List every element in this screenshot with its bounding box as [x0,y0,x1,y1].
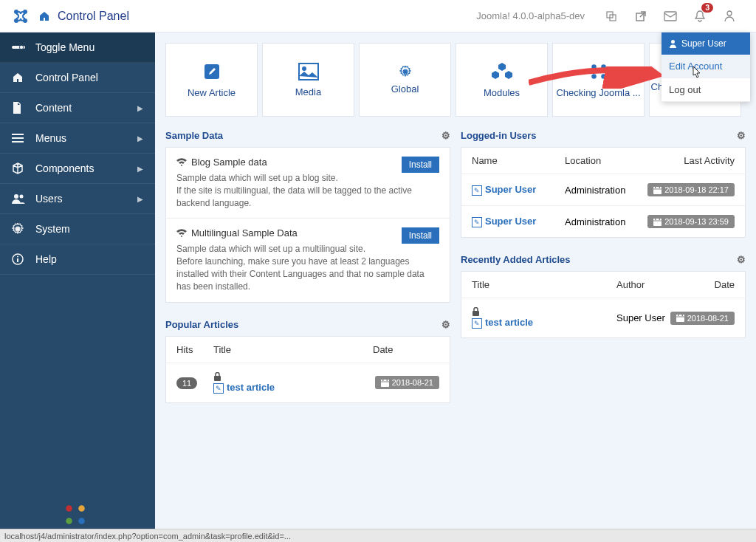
svg-rect-46 [681,314,683,316]
sidebar-item-menus[interactable]: Menus▶ [0,123,155,154]
hits-badge: 11 [176,377,197,389]
user-link[interactable]: Super User [485,216,536,227]
activity-badge: 2018-09-18 22:17 [647,183,735,196]
external-link-icon[interactable] [626,1,656,31]
notifications-icon[interactable]: 3 [685,1,715,31]
notification-badge: 3 [701,3,713,13]
svg-rect-43 [472,311,479,316]
sidebar-item-label: Help [35,253,57,265]
sidebar-item-help[interactable]: Help [0,244,155,275]
svg-rect-31 [381,380,389,387]
user-link[interactable]: Super User [485,184,536,195]
svg-point-8 [727,11,732,16]
logout-link[interactable]: Log out [662,78,750,102]
install-button[interactable]: Install [402,227,439,244]
svg-rect-40 [655,218,656,220]
svg-rect-21 [17,258,18,262]
sample-title: Blog Sample data [191,157,267,168]
panel-title: Logged-in Users [461,130,537,141]
article-link[interactable]: test article [227,382,275,393]
svg-rect-37 [659,186,661,188]
sample-description: Sample data which will set up a multilin… [176,243,439,292]
sidebar-item-content[interactable]: Content▶ [0,93,155,123]
quick-label: New Article [188,87,236,98]
gear-icon[interactable]: ⚙ [737,254,746,265]
chevron-right-icon: ▶ [137,195,143,203]
edit-icon[interactable]: ✎ [213,383,224,394]
sample-data-item: InstallBlog Sample dataSample data which… [166,148,450,219]
sidebar-item-components[interactable]: Components▶ [0,154,155,184]
col-author: Author [616,279,668,290]
svg-rect-44 [676,315,684,322]
quick-label: Modules [484,87,520,98]
sidebar-item-label: Toggle Menu [35,41,94,53]
svg-point-20 [17,256,18,258]
edit-icon[interactable]: ✎ [472,217,482,227]
col-date: Date [373,344,439,355]
install-button[interactable]: Install [402,157,439,173]
cubes-icon [492,62,512,81]
sidebar-item-label: Content [35,102,72,114]
svg-rect-33 [386,379,388,381]
control-panel-link[interactable]: Control Panel [38,10,129,23]
svg-rect-13 [12,134,24,135]
image-icon [298,63,319,80]
wifi-icon [176,229,187,238]
table-row: ✎test articleSuper User2018-08-21 [461,298,745,337]
calendar-icon [653,218,662,226]
quick-checking-joomla-[interactable]: Checking Joomla ... [552,43,645,117]
messages-icon[interactable] [656,1,685,31]
recent-articles-panel: Recently Added Articles ⚙ Title Author D… [461,248,746,338]
multilingual-icon[interactable] [597,1,626,31]
edit-icon[interactable]: ✎ [472,318,482,329]
toggle-menu[interactable]: Toggle Menu [0,32,155,63]
quick-global[interactable]: Global [359,43,451,117]
gear-icon[interactable]: ⚙ [441,319,450,330]
sidebar-item-users[interactable]: Users▶ [0,184,155,214]
quick-label: Media [295,86,321,97]
user-menu-icon[interactable] [715,1,744,31]
quick-modules[interactable]: Modules [456,43,548,117]
sidebar-item-system[interactable]: System [0,214,155,244]
svg-point-12 [20,46,23,49]
sample-data-item: InstallMultilingual Sample DataSample da… [166,219,450,301]
location-text: Administration [565,185,646,196]
edit-account-link[interactable]: Edit Account [662,55,750,78]
gear-icon[interactable]: ⚙ [441,130,450,141]
svg-rect-42 [653,220,662,221]
sidebar-item-label: Components [35,162,94,174]
chevron-right-icon: ▶ [137,165,143,173]
svg-rect-7 [664,12,676,21]
sample-description: Sample data which will set up a blog sit… [176,172,439,209]
svg-point-16 [14,194,18,199]
svg-point-25 [403,69,407,73]
sample-data-panel: Sample Data ⚙ InstallBlog Sample dataSam… [165,124,450,303]
svg-rect-36 [655,186,656,188]
status-url: localhost/j4/administrator/index.php?opt… [4,532,291,541]
list-icon [12,133,25,143]
quick-media[interactable]: Media [262,43,354,117]
edit-icon[interactable]: ✎ [472,185,482,196]
svg-point-48 [66,505,72,512]
panel-title: Popular Articles [165,319,238,330]
joomla-footer-logo-icon [63,502,88,527]
svg-point-9 [671,40,675,44]
user-dropdown: Super User Edit Account Log out [662,32,750,102]
svg-point-51 [78,518,85,524]
quick-new-article[interactable]: New Article [165,43,258,117]
user-dropdown-header: Super User [662,32,750,55]
lock-icon [213,372,373,382]
file-icon [12,102,25,114]
svg-rect-38 [653,188,662,189]
table-row: 11 ✎test article2018-08-21 [166,363,450,402]
svg-point-49 [78,505,85,512]
quick-label: Global [391,83,419,95]
chevron-right-icon: ▶ [137,134,143,143]
article-link[interactable]: test article [485,317,533,328]
svg-point-18 [16,227,20,231]
sidebar-item-control-panel[interactable]: Control Panel [0,63,155,93]
svg-rect-47 [676,317,684,318]
home-icon [38,10,50,22]
gear-icon[interactable]: ⚙ [737,130,746,141]
quick-icons: New ArticleMediaGlobalModulesChecking Jo… [165,43,746,117]
